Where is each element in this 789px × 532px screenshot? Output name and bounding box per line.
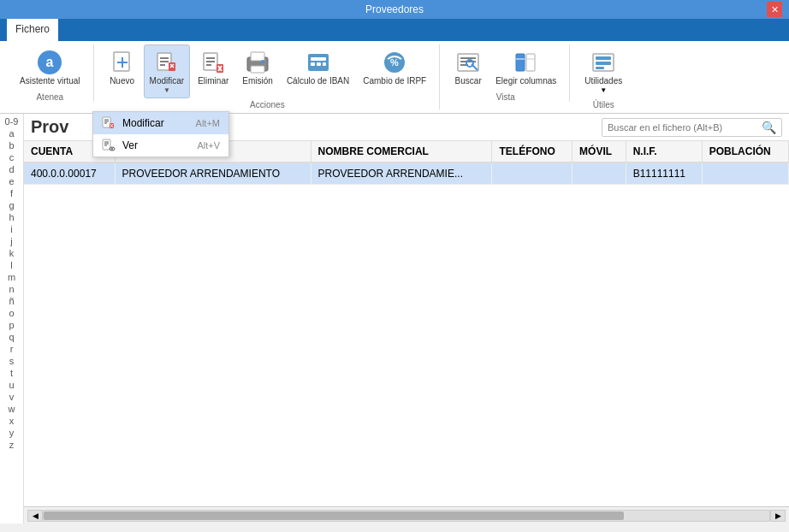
emision-button[interactable]: Emisión [236,44,279,98]
alpha-c[interactable]: c [0,151,23,163]
alpha-u[interactable]: u [0,379,23,391]
buscar-icon [454,49,482,76]
bottom-bar: ◀ ▶ [24,506,789,523]
dropdown-ver-item[interactable]: Ver Alt+V [93,134,228,157]
alpha-i[interactable]: i [0,223,23,235]
svg-point-22 [261,60,264,63]
nuevo-label: Nuevo [110,76,134,86]
utilidades-button[interactable]: Utilidades ▼ [578,44,628,98]
scroll-right-button[interactable]: ▶ [770,510,786,522]
alpha-b[interactable]: b [0,139,23,151]
svg-rect-41 [596,62,611,65]
ribbon-group-acciones: Nuevo Modificar ▼ [96,44,441,109]
alpha-q[interactable]: q [0,331,23,343]
emision-icon [244,49,271,76]
ribbon-group-atenea: a Asistente virtual Atenea [7,44,94,102]
svg-text:%: % [390,57,399,68]
close-button[interactable]: ✕ [767,2,782,17]
alpha-ñ[interactable]: ñ [0,295,23,307]
alpha-h[interactable]: h [0,211,23,223]
scroll-left-button[interactable]: ◀ [27,510,43,522]
cell-nombre-fiscal: PROVEEDOR ARRENDAMIENTO [115,163,311,185]
modificar-icon [153,49,181,76]
dropdown-modificar-item[interactable]: Modificar Alt+M [93,112,228,134]
alpha-r[interactable]: r [0,343,23,355]
alpha-p[interactable]: p [0,319,23,331]
alpha-w[interactable]: w [0,403,23,415]
calculo-iban-icon [305,49,332,76]
dropdown-ver-icon [102,139,116,152]
alpha-f[interactable]: f [0,187,23,199]
svg-rect-25 [311,62,315,66]
search-input[interactable] [608,122,762,133]
modificar-dropdown-arrow: ▼ [163,86,170,94]
alpha-x[interactable]: x [0,415,23,427]
alpha-o[interactable]: o [0,307,23,319]
dropdown-modificar-icon [102,116,116,130]
alpha-d[interactable]: d [0,163,23,175]
col-nombre-comercial: NOMBRE COMERCIAL [311,141,492,163]
modificar-button[interactable]: Modificar ▼ [144,44,191,98]
menu-fichero[interactable]: Fichero [7,19,58,41]
alpha-s[interactable]: s [0,355,23,367]
nuevo-icon [109,49,136,76]
alpha-v[interactable]: v [0,391,23,403]
buscar-button[interactable]: Buscar [448,44,488,91]
cambio-irpf-button[interactable]: % Cambio de IRPF [357,44,432,98]
alpha-y[interactable]: y [0,427,23,439]
data-table: CUENTA NOMBRE FISCAL NOMBRE COMERCIAL TE… [24,141,789,506]
alpha-l[interactable]: l [0,259,23,271]
svg-text:a: a [46,55,54,69]
content-area: Prov 🔍 CUENTA NOMBRE FISCAL NOMBRE COMER… [24,114,789,523]
ribbon-group-vista: Buscar Elegir columnas Vista [442,44,570,102]
alpha-z[interactable]: z [0,439,23,451]
eliminar-button[interactable]: Eliminar [192,44,234,98]
menu-bar: Fichero [0,19,789,41]
elegir-columnas-button[interactable]: Elegir columnas [489,44,562,91]
svg-rect-40 [596,56,611,60]
alpha-m[interactable]: m [0,271,23,283]
col-poblacion: POBLACIÓN [702,141,788,163]
alpha-a[interactable]: a [0,127,23,139]
col-movil: MÓVIL [572,141,626,163]
svg-rect-35 [516,54,525,71]
alpha-g[interactable]: g [0,199,23,211]
utiles-group-label: Útiles [593,100,614,109]
emision-label: Emisión [242,76,273,86]
alpha-k[interactable]: k [0,247,23,259]
asistente-virtual-button[interactable]: a Asistente virtual [14,44,86,91]
alpha-09[interactable]: 0-9 [0,115,23,127]
nuevo-button[interactable]: Nuevo [103,44,142,98]
elegir-columnas-label: Elegir columnas [495,76,556,86]
elegir-columnas-icon [513,49,540,76]
dropdown-modificar-label: Modificar [122,117,164,129]
alpha-j[interactable]: j [0,235,23,247]
alpha-t[interactable]: t [0,367,23,379]
svg-rect-26 [317,62,321,66]
table-row[interactable]: 400.0.0.00017 PROVEEDOR ARRENDAMIENTO PR… [24,163,789,185]
col-telefono: TELÉFONO [492,141,572,163]
cambio-irpf-label: Cambio de IRPF [363,76,426,86]
ribbon-group-utiles: Utilidades ▼ Útiles [572,44,635,109]
atenea-group-label: Atenea [36,92,63,102]
cambio-irpf-icon: % [381,49,408,76]
alpha-index: 0-9 a b c d e f g h i j k l m n ñ o p q … [0,114,24,523]
horizontal-scrollbar[interactable] [43,510,770,522]
dropdown-ver-shortcut: Alt+V [197,140,220,151]
acciones-group-label: Acciones [250,100,285,109]
alpha-e[interactable]: e [0,175,23,187]
calculo-iban-button[interactable]: Cálculo de IBAN [281,44,355,98]
modificar-label: Modificar [150,76,185,86]
svg-rect-36 [526,54,535,71]
window-title: Proveedores [365,3,424,15]
asistente-label: Asistente virtual [20,76,80,86]
buscar-label: Buscar [455,76,482,86]
alpha-n[interactable]: n [0,283,23,295]
ribbon: a Asistente virtual Atenea Nuevo [0,41,789,114]
svg-rect-20 [251,52,264,61]
vista-group-label: Vista [496,92,515,102]
utilidades-icon [590,49,617,76]
svg-rect-42 [596,67,604,69]
search-icon: 🔍 [762,121,776,134]
main-area: 0-9 a b c d e f g h i j k l m n ñ o p q … [0,114,789,523]
